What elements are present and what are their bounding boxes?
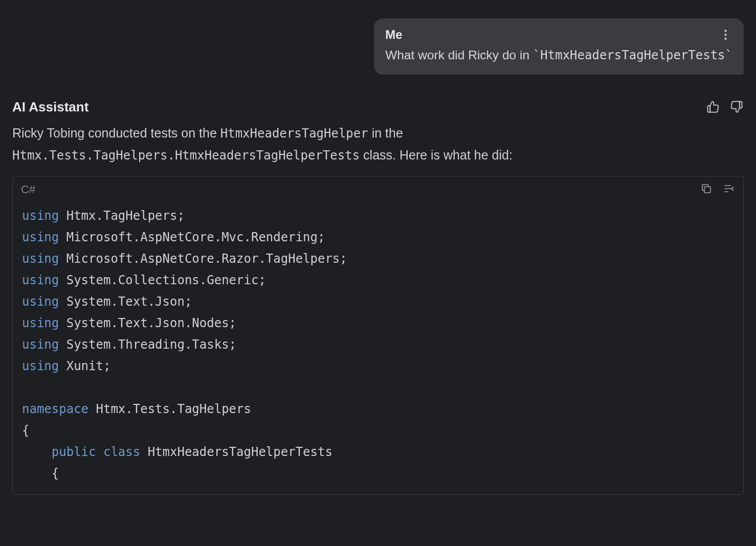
thumbs-up-button[interactable]: [706, 100, 720, 114]
kw: namespace: [22, 402, 88, 416]
kw: using: [22, 273, 59, 287]
insert-code-button[interactable]: [723, 183, 735, 197]
code-block: C# using Htmx.TagHelper: [12, 176, 744, 495]
kw: using: [22, 209, 59, 223]
user-message-header: Me: [385, 28, 732, 42]
code-text: Xunit;: [59, 359, 110, 373]
code-text: {: [22, 423, 29, 438]
user-message-text: What work did Ricky do in `HtmxHeadersTa…: [385, 46, 732, 64]
assistant-label: AI Assistant: [12, 99, 88, 115]
code-text: HtmxHeadersTagHelperTests: [140, 445, 332, 459]
chat-container: Me What work did Ricky do in `HtmxHeader…: [0, 0, 756, 495]
thumbs-down-button[interactable]: [729, 100, 744, 114]
code-text: System.Text.Json.Nodes;: [59, 316, 236, 330]
kw: class: [103, 445, 140, 459]
code-text: System.Collections.Generic;: [59, 273, 266, 287]
user-text-prefix: What work did Ricky do in: [385, 48, 533, 62]
feedback-buttons: [706, 100, 744, 114]
code-text: Microsoft.AspNetCore.Razor.TagHelpers;: [59, 252, 347, 266]
svg-rect-3: [704, 187, 710, 193]
resp-line2-suffix: class. Here is what he did:: [360, 148, 513, 162]
user-name-label: Me: [385, 28, 402, 42]
svg-point-2: [724, 38, 726, 40]
user-message-row: Me What work did Ricky do in `HtmxHeader…: [12, 18, 744, 75]
kw: using: [22, 252, 59, 266]
code-text: Htmx.Tests.TagHelpers: [88, 402, 251, 416]
user-text-code: `HtmxHeadersTagHelperTests`: [533, 48, 732, 62]
resp-line1-prefix: Ricky Tobing conducted tests on the: [12, 126, 220, 140]
code-language-label: C#: [21, 183, 35, 196]
code-text: {: [22, 466, 59, 481]
code-block-header: C#: [13, 176, 743, 200]
user-message-menu-button[interactable]: [718, 28, 732, 42]
kw: using: [22, 294, 59, 309]
user-message-bubble: Me What work did Ricky do in `HtmxHeader…: [374, 18, 744, 75]
resp-line1-suffix: in the: [368, 126, 403, 140]
assistant-response-text: Ricky Tobing conducted tests on the Htmx…: [12, 122, 744, 166]
thumbs-up-icon: [706, 100, 720, 114]
assistant-header: AI Assistant: [12, 99, 744, 115]
copy-icon: [700, 183, 713, 195]
code-content[interactable]: using Htmx.TagHelpers; using Microsoft.A…: [13, 200, 743, 494]
thumbs-down-icon: [729, 100, 744, 114]
resp-line2-code: Htmx.Tests.TagHelpers.HtmxHeadersTagHelp…: [12, 148, 360, 163]
resp-line1-code: HtmxHeadersTagHelper: [220, 126, 368, 141]
kw: using: [22, 230, 59, 244]
svg-point-0: [724, 30, 726, 32]
code-text: System.Threading.Tasks;: [59, 337, 236, 352]
kebab-icon: [724, 30, 727, 40]
code-text: System.Text.Json;: [59, 294, 192, 309]
kw: public: [52, 445, 96, 459]
copy-code-button[interactable]: [700, 183, 713, 197]
code-block-actions: [700, 183, 735, 197]
kw: using: [22, 316, 59, 330]
kw: using: [22, 337, 59, 352]
code-text: Htmx.TagHelpers;: [59, 209, 185, 223]
kw: using: [22, 359, 59, 373]
svg-point-1: [724, 34, 726, 36]
code-text: [22, 445, 52, 459]
insert-icon: [723, 183, 735, 195]
code-text: Microsoft.AspNetCore.Mvc.Rendering;: [59, 230, 325, 244]
